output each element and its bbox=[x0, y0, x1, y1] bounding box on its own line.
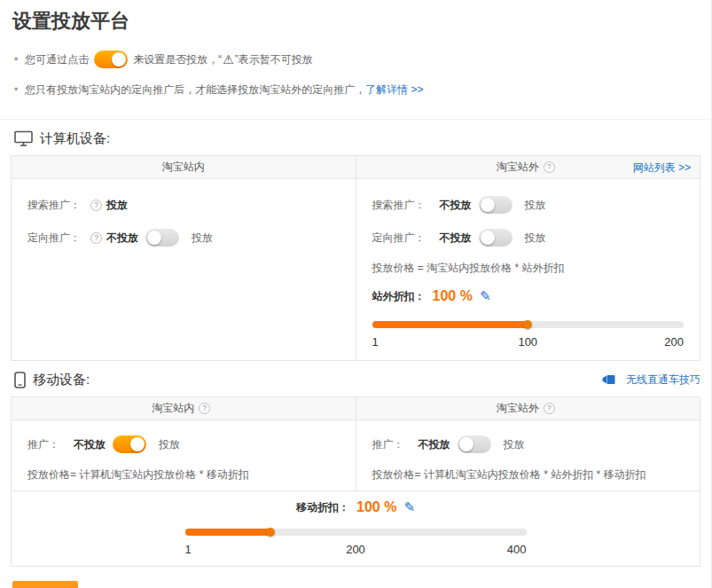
offsite-discount-row: 站外折扣： 100 % bbox=[372, 286, 685, 307]
discount-label: 站外折扣： bbox=[372, 289, 426, 304]
bullet-icon: • bbox=[14, 80, 18, 99]
learn-more-link[interactable]: 了解详情 >> bbox=[365, 80, 423, 99]
computer-icon bbox=[14, 130, 33, 147]
toggle-knob bbox=[481, 198, 495, 212]
computer-onsite-cell: 搜索推广： 投放 定向推广： 不投放 投放 bbox=[12, 179, 356, 360]
computer-table-body: 搜索推广： 投放 定向推广： 不投放 投放 搜索推广： bbox=[12, 179, 700, 360]
wireless-tips[interactable]: 无线直通车技巧 bbox=[602, 372, 700, 388]
discount-value: 100 % bbox=[356, 499, 396, 515]
computer-table: 淘宝站内 淘宝站外 网站列表 >> 搜索推广： 投放 定向推广： 不投放 bbox=[11, 155, 700, 361]
note-text: 来设置是否投放，“ bbox=[133, 50, 222, 69]
mobile-offsite-header: 淘宝站外 bbox=[356, 397, 700, 419]
computer-section-header: 计算机设备: bbox=[14, 129, 700, 148]
toggle-knob bbox=[481, 231, 495, 245]
computer-section-title: 计算机设备: bbox=[40, 130, 110, 147]
bullet-icon: • bbox=[14, 50, 18, 69]
discount-value: 100 % bbox=[433, 288, 473, 304]
help-icon[interactable] bbox=[544, 161, 555, 173]
mobile-onsite-formula: 投放价格= 计算机淘宝站内投放价格 * 移动折扣 bbox=[27, 468, 340, 482]
mobile-table-header: 淘宝站内 淘宝站外 bbox=[12, 397, 700, 420]
header-label: 淘宝站内 bbox=[162, 160, 205, 175]
header-label: 淘宝站内 bbox=[152, 401, 194, 416]
onsite-targeted-row: 定向推广： 不投放 投放 bbox=[27, 228, 340, 247]
mobile-onsite-cell: 推广： 不投放 投放 投放价格= 计算机淘宝站内投放价格 * 移动折扣 bbox=[12, 420, 356, 490]
help-icon[interactable] bbox=[90, 200, 102, 211]
status-text: 不投放 bbox=[74, 437, 106, 452]
slider-max-label: 200 bbox=[664, 335, 684, 349]
site-list-link[interactable]: 网站列表 >> bbox=[633, 161, 691, 176]
slider-handle[interactable] bbox=[266, 528, 275, 537]
wireless-tips-link[interactable]: 无线直通车技巧 bbox=[626, 372, 700, 388]
offsite-search-toggle[interactable] bbox=[479, 196, 512, 214]
onsite-targeted-toggle[interactable] bbox=[145, 229, 179, 247]
field-label: 定向推广： bbox=[27, 231, 81, 246]
save-button[interactable] bbox=[12, 581, 78, 588]
mobile-icon bbox=[14, 372, 26, 388]
mobile-onsite-header: 淘宝站内 bbox=[12, 397, 356, 419]
status-text: 不投放 bbox=[106, 231, 138, 246]
delivery-platform-page: 设置投放平台 • 您可通过点击 来设置是否投放，“ ⚠ ”表示暂不可投放 • 您… bbox=[0, 0, 712, 588]
help-icon[interactable] bbox=[90, 232, 102, 244]
mobile-table: 淘宝站内 淘宝站外 推广： 不投放 投放 投放价格= 计算机淘宝站内投放价格 *… bbox=[11, 396, 700, 567]
header-label: 淘宝站外 bbox=[497, 401, 539, 416]
slider-min-label: 1 bbox=[185, 543, 192, 556]
note-text: 您可通过点击 bbox=[25, 50, 89, 69]
slider-fill bbox=[372, 321, 528, 328]
mobile-slider-labels: 1 200 400 bbox=[185, 543, 527, 557]
field-label: 搜索推广： bbox=[372, 198, 426, 213]
offsite-price-formula: 投放价格 = 淘宝站内投放价格 * 站外折扣 bbox=[372, 262, 685, 275]
toggle-knob bbox=[112, 52, 126, 67]
on-label: 投放 bbox=[159, 437, 180, 452]
mobile-section-header: 移动设备: 无线直通车技巧 bbox=[14, 370, 700, 389]
slider-mid-label: 100 bbox=[518, 335, 537, 349]
help-icon[interactable] bbox=[199, 403, 210, 414]
field-label: 搜索推广： bbox=[27, 198, 81, 213]
mobile-discount-row: 移动折扣： 100 % bbox=[27, 497, 684, 518]
video-icon bbox=[602, 374, 615, 385]
field-label: 定向推广： bbox=[372, 231, 426, 246]
on-label: 投放 bbox=[192, 231, 213, 246]
note-toggle-hint: • 您可通过点击 来设置是否投放，“ ⚠ ”表示暂不可投放 bbox=[14, 50, 711, 69]
notes-list: • 您可通过点击 来设置是否投放，“ ⚠ ”表示暂不可投放 • 您只有投放淘宝站… bbox=[0, 50, 711, 99]
status-text: 不投放 bbox=[419, 437, 450, 452]
status-text: 不投放 bbox=[440, 231, 472, 246]
edit-icon[interactable] bbox=[403, 499, 415, 515]
mobile-slider-wrap: 1 200 400 bbox=[185, 529, 527, 557]
slider-fill bbox=[185, 529, 270, 536]
mobile-offsite-cell: 推广： 不投放 投放 投放价格= 计算机淘宝站内投放价格 * 站外折扣 * 移动… bbox=[356, 420, 700, 490]
mobile-offsite-formula: 投放价格= 计算机淘宝站内投放价格 * 站外折扣 * 移动折扣 bbox=[372, 468, 685, 482]
mobile-offsite-toggle[interactable] bbox=[458, 435, 491, 453]
mobile-onsite-toggle[interactable] bbox=[113, 435, 146, 453]
edit-icon[interactable] bbox=[480, 288, 491, 304]
note-targeting-hint: • 您只有投放淘宝站内的定向推广后，才能选择投放淘宝站外的定向推广， 了解详情 … bbox=[14, 80, 711, 99]
slider-max-label: 400 bbox=[507, 543, 527, 556]
offsite-targeted-toggle[interactable] bbox=[479, 229, 512, 247]
toggle-knob bbox=[147, 231, 161, 245]
slider-mid-label: 200 bbox=[346, 543, 365, 556]
header-label: 淘宝站外 bbox=[497, 160, 539, 175]
slider-handle[interactable] bbox=[523, 320, 532, 329]
mobile-discount-slider[interactable] bbox=[185, 529, 527, 536]
computer-table-header: 淘宝站内 淘宝站外 网站列表 >> bbox=[12, 156, 700, 179]
warning-icon: ⚠ bbox=[223, 50, 234, 69]
status-text: 不投放 bbox=[440, 198, 472, 213]
mobile-onsite-promo-row: 推广： 不投放 投放 bbox=[27, 435, 340, 454]
example-toggle bbox=[94, 51, 128, 68]
computer-offsite-header: 淘宝站外 网站列表 >> bbox=[356, 156, 700, 178]
on-label: 投放 bbox=[525, 198, 546, 213]
on-label: 投放 bbox=[525, 231, 546, 246]
mobile-discount-section: 移动折扣： 100 % 1 200 400 bbox=[12, 490, 700, 566]
mobile-table-body: 推广： 不投放 投放 投放价格= 计算机淘宝站内投放价格 * 移动折扣 推广： … bbox=[12, 420, 700, 490]
toggle-knob bbox=[459, 437, 473, 451]
onsite-search-row: 搜索推广： 投放 bbox=[27, 195, 340, 215]
on-label: 投放 bbox=[504, 437, 525, 452]
slider-min-label: 1 bbox=[372, 335, 379, 349]
discount-label: 移动折扣： bbox=[296, 500, 349, 515]
status-text: 投放 bbox=[106, 198, 128, 213]
help-icon[interactable] bbox=[544, 403, 555, 414]
note-text: ”表示暂不可投放 bbox=[235, 50, 313, 69]
offsite-targeted-row: 定向推广： 不投放 投放 bbox=[372, 228, 685, 247]
offsite-discount-slider[interactable] bbox=[372, 321, 685, 328]
field-label: 推广： bbox=[372, 437, 404, 452]
note-text: 您只有投放淘宝站内的定向推广后，才能选择投放淘宝站外的定向推广， bbox=[25, 80, 365, 99]
